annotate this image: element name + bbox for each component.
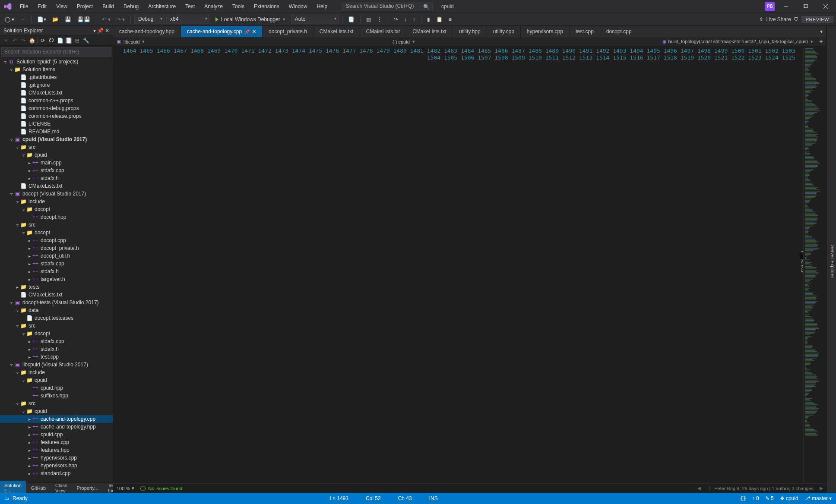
expand-arrow-icon[interactable]: ▿: [15, 401, 20, 406]
tree-node[interactable]: 📄CMakeLists.txt: [0, 89, 113, 97]
expand-arrow-icon[interactable]: ▿: [21, 207, 26, 212]
expand-arrow-icon[interactable]: ▸: [27, 456, 32, 460]
tree-node[interactable]: ▸++docopt_util.h: [0, 252, 113, 260]
expand-arrow-icon[interactable]: ▸: [27, 463, 32, 468]
platform-combo[interactable]: x64: [166, 15, 209, 24]
undo-button[interactable]: ↶ ▾: [100, 15, 112, 24]
tree-node[interactable]: ▿📁cpuid: [0, 376, 113, 384]
tree-node[interactable]: 📄README.md: [0, 128, 113, 135]
open-file-button[interactable]: 📂: [50, 15, 61, 24]
tree-node[interactable]: ▸++stdafx.h: [0, 345, 113, 353]
tree-node[interactable]: ▸++stdafx.h: [0, 268, 113, 275]
menu-architecture[interactable]: Architecture: [144, 2, 180, 11]
status-ins[interactable]: INS: [429, 495, 438, 501]
tree-node[interactable]: ++cpuid.hpp: [0, 384, 113, 392]
expand-arrow-icon[interactable]: ▸: [27, 277, 32, 282]
minimap[interactable]: [803, 47, 826, 483]
solution-tree[interactable]: ▿⧉Solution 'cpuid' (5 projects)▿📁Solutio…: [0, 58, 113, 482]
blame-nav-prev[interactable]: ◀: [697, 485, 701, 491]
tree-node[interactable]: 📄common-debug.props: [0, 104, 113, 112]
sidebar-tab[interactable]: Property...: [73, 483, 103, 493]
se-filter-icon[interactable]: 📄: [57, 37, 63, 44]
tree-node[interactable]: 📄LICENSE: [0, 120, 113, 128]
tree-node[interactable]: ++docopt.hpp: [0, 213, 113, 221]
pin-icon[interactable]: 📌: [244, 29, 250, 34]
expand-arrow-icon[interactable]: ▿: [21, 153, 26, 158]
tree-node[interactable]: ▸++cache-and-topology.hpp: [0, 423, 113, 431]
tree-node[interactable]: ▸++stdafx.h: [0, 174, 113, 182]
tree-node[interactable]: ▿📁docopt: [0, 330, 113, 337]
code-content[interactable]: std::uint32_t perf_tsc_size : 2; std::ui…: [800, 47, 803, 483]
tree-node[interactable]: ▸++features.hpp: [0, 446, 113, 454]
minimize-button[interactable]: [777, 0, 795, 13]
start-debug-button[interactable]: Local Windows Debugger ▾: [211, 16, 289, 23]
nav-back-button[interactable]: ◯ ▾: [3, 15, 16, 24]
expand-arrow-icon[interactable]: ▿: [15, 324, 20, 328]
editor-breadcrumb[interactable]: ▣ libcpuid ▾ (·) cpuid ▾ ◉ build_topolog…: [113, 37, 826, 47]
editor-tab[interactable]: cache-and-topology.cpp📌✕: [181, 26, 263, 37]
expand-arrow-icon[interactable]: ▸: [27, 417, 32, 422]
liveshare-button[interactable]: Live Share: [766, 16, 791, 22]
tree-node[interactable]: 📄common-release.props: [0, 112, 113, 120]
tree-node[interactable]: ▿▣docopt (Visual Studio 2017): [0, 190, 113, 198]
expand-arrow-icon[interactable]: ▸: [27, 471, 32, 476]
menu-edit[interactable]: Edit: [33, 2, 51, 11]
tree-node[interactable]: ▸++test.cpp: [0, 353, 113, 361]
tb-icon-2[interactable]: ▦: [364, 15, 373, 24]
sidebar-tab[interactable]: Class View: [51, 481, 72, 493]
editor-tab[interactable]: test.cpp: [570, 26, 600, 37]
expand-arrow-icon[interactable]: ▿: [9, 300, 14, 305]
tree-node[interactable]: ▸++main.cpp: [0, 159, 113, 167]
expand-arrow-icon[interactable]: ▿: [15, 308, 20, 313]
expand-arrow-icon[interactable]: ▸: [27, 269, 32, 274]
expand-arrow-icon[interactable]: ▸: [27, 161, 32, 165]
tree-node[interactable]: ▿⧉Solution 'cpuid' (5 projects): [0, 58, 113, 66]
tb-icon-9[interactable]: ≡: [446, 15, 454, 24]
se-house-icon[interactable]: 🏠: [28, 37, 35, 44]
tree-node[interactable]: ▸++docopt_private.h: [0, 244, 113, 252]
se-showall-icon[interactable]: 📑: [65, 37, 72, 44]
expand-arrow-icon[interactable]: ▸: [15, 285, 20, 290]
user-avatar[interactable]: PB: [765, 2, 775, 11]
tree-node[interactable]: ▸++cache-and-topology.cpp: [0, 415, 113, 423]
breadcrumb-function[interactable]: ◉ build_topology(const std::map<std::uin…: [662, 39, 808, 44]
tree-node[interactable]: 📄common-c++.props: [0, 97, 113, 104]
push-down[interactable]: ✎ 5: [765, 495, 774, 501]
editor-tab[interactable]: docopt.cpp: [600, 26, 638, 37]
tree-node[interactable]: ▿📁cpuid: [0, 151, 113, 159]
status-line[interactable]: Ln 1493: [330, 495, 348, 501]
menu-build[interactable]: Build: [98, 2, 118, 11]
se-search-input[interactable]: [1, 47, 111, 57]
sync-icon[interactable]: ⟪⟫: [740, 495, 746, 501]
editor-tab[interactable]: CMakeLists.txt: [360, 26, 407, 37]
tree-node[interactable]: ▸++docopt.cpp: [0, 236, 113, 244]
close-button[interactable]: [817, 0, 834, 13]
se-collapse-icon[interactable]: ⊟: [74, 37, 81, 44]
menu-view[interactable]: View: [52, 2, 72, 11]
feedback-icon[interactable]: 🗨: [794, 16, 799, 22]
expand-arrow-icon[interactable]: ▿: [15, 223, 20, 227]
menu-project[interactable]: Project: [73, 2, 97, 11]
expand-arrow-icon[interactable]: ▸: [27, 432, 32, 437]
global-search[interactable]: Search Visual Studio (Ctrl+Q) 🔍: [342, 2, 433, 11]
tree-node[interactable]: ▿▣libcpuid (Visual Studio 2017): [0, 361, 113, 369]
panel-pin-icon[interactable]: 📌: [97, 28, 104, 34]
push-up[interactable]: ↑ 0: [752, 495, 759, 501]
tree-node[interactable]: 📄docopt.testcases: [0, 314, 113, 322]
expand-arrow-icon[interactable]: ▸: [27, 168, 32, 173]
new-project-button[interactable]: 📄▾: [35, 15, 48, 24]
tree-node[interactable]: ▿📁src: [0, 322, 113, 330]
tree-node[interactable]: ▿📁include: [0, 369, 113, 376]
tree-node[interactable]: ▿📁docopt: [0, 205, 113, 213]
tree-node[interactable]: ▸++features.cpp: [0, 438, 113, 446]
editor-tab[interactable]: cache-and-topology.hpp: [113, 26, 181, 37]
expand-arrow-icon[interactable]: ▿: [9, 137, 14, 142]
expand-arrow-icon[interactable]: ▿: [15, 370, 20, 375]
expand-arrow-icon[interactable]: ▿: [9, 67, 14, 72]
tree-node[interactable]: ▿📁src: [0, 143, 113, 151]
issues-indicator[interactable]: No issues found: [140, 486, 182, 491]
tree-node[interactable]: 📄CMakeLists.txt: [0, 182, 113, 190]
sidebar-tab[interactable]: Solution E...: [0, 481, 26, 493]
split-editor-icon[interactable]: ✚: [819, 39, 823, 44]
code-editor[interactable]: 1464 1465 1466 1467 1468 1469 1470 1471 …: [113, 47, 826, 483]
